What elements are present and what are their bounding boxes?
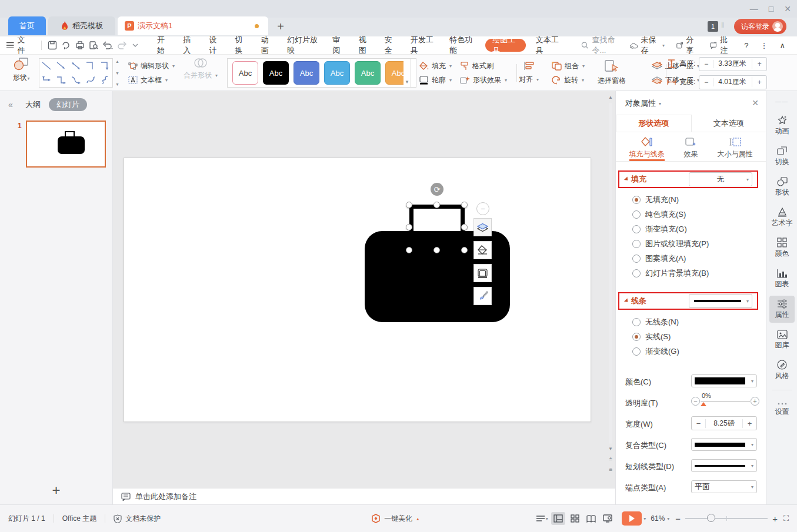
scrollbar-track[interactable] [609, 103, 612, 444]
radio-no-line[interactable]: 无线条(N) [632, 317, 679, 327]
zoom-slider[interactable] [685, 518, 768, 519]
minimize-button[interactable]: — [750, 5, 758, 13]
previous-slide-icon[interactable]: ≜ [607, 457, 614, 462]
shape-line[interactable] [39, 59, 54, 73]
radio-solid-fill[interactable]: 纯色填充(S) [632, 209, 686, 220]
height-increase-button[interactable]: + [752, 60, 766, 68]
menu-item-drawing-tools-active[interactable]: 绘图工具 [485, 39, 525, 52]
fill-type-dropdown[interactable]: 无▾ [689, 172, 752, 186]
beautify-button[interactable]: 一键美化 ▴ [363, 513, 427, 524]
line-width-value[interactable]: 8.25磅 [706, 419, 742, 429]
sidebar-item-style[interactable]: 风格 [769, 357, 795, 384]
canvas-vertical-scrollbar[interactable]: ▲ ▼ ≜ ≝ [607, 95, 614, 483]
tab-slides-active[interactable]: 幻灯片 [49, 98, 87, 111]
menu-item-insert[interactable]: 插入 [176, 36, 202, 55]
zoom-out-button[interactable]: − [675, 514, 681, 524]
shape-s-curve[interactable] [98, 73, 112, 87]
group-button[interactable]: 组合▾ [552, 61, 585, 71]
sidebar-item-charts[interactable]: 图表 [769, 265, 795, 292]
line-width-decrease-button[interactable]: − [692, 419, 706, 428]
undo-button[interactable] [101, 38, 115, 52]
subtab-effects[interactable]: 效果 [684, 135, 698, 161]
outline-button[interactable]: 轮廓▾ [419, 75, 452, 85]
shapes-button[interactable]: 形状▾ [7, 58, 35, 83]
radio-solid-line[interactable]: 实线(S) [632, 332, 671, 342]
transparency-thumb[interactable] [701, 402, 706, 406]
sidebar-item-wordart[interactable]: 艺术字 [769, 204, 795, 231]
new-tab-button[interactable]: + [272, 18, 289, 35]
tab-current-document[interactable]: P 演示文稿1 [118, 16, 268, 35]
tab-docer-templates[interactable]: 稻壳模板 [48, 16, 115, 35]
subtab-size-properties[interactable]: 大小与属性 [718, 135, 753, 161]
style-swatch-blue[interactable]: Abc [294, 61, 319, 85]
height-decrease-button[interactable]: − [699, 60, 713, 68]
line-style-dropdown[interactable]: ▾ [689, 294, 752, 308]
more-menu-button[interactable]: ⋮ [755, 41, 772, 50]
shape-effects-button[interactable]: 形状效果▾ [460, 75, 507, 85]
transparency-increase-button[interactable]: + [751, 397, 759, 406]
transparency-decrease-button[interactable]: − [691, 397, 700, 406]
menu-item-design[interactable]: 设计 [202, 36, 228, 55]
transparency-track[interactable] [701, 401, 750, 402]
slide-thumbnail[interactable] [26, 121, 106, 168]
collapse-ribbon-button[interactable]: ∧ [775, 41, 790, 50]
menu-item-transition[interactable]: 切换 [229, 36, 255, 55]
style-brush-quick-button[interactable] [473, 287, 492, 305]
close-button[interactable]: ✕ [784, 5, 791, 13]
merge-shapes-button[interactable]: 合并形状▾ [179, 58, 222, 81]
selection-handle-mid-right[interactable] [461, 224, 468, 230]
print-preview-button[interactable] [87, 38, 101, 52]
menu-item-start[interactable]: 开始 [151, 36, 176, 55]
radio-gradient-line[interactable]: 渐变线(G) [632, 346, 679, 357]
gallery-more-icon[interactable]: ▼ [115, 82, 119, 86]
notification-badge[interactable]: 1 [708, 21, 718, 32]
selection-pane-button[interactable]: 选择窗格 [598, 76, 626, 86]
selection-handle-top-right[interactable] [461, 202, 468, 208]
style-swatch-outline[interactable]: Abc [232, 61, 258, 85]
briefcase-handle-shape-selected[interactable] [409, 205, 465, 250]
rotate-handle[interactable]: ⟳ [431, 183, 443, 196]
play-options-icon[interactable]: ▾ [643, 516, 646, 521]
radio-gradient-fill[interactable]: 渐变填充(G) [632, 224, 687, 235]
format-painter-button[interactable]: 格式刷 [460, 61, 507, 71]
shape-elbow-arrow-2[interactable] [39, 73, 54, 87]
help-button[interactable]: ? [739, 41, 753, 50]
export-button[interactable] [59, 38, 73, 52]
shape-curve-connector[interactable] [69, 73, 84, 87]
edit-shape-button[interactable]: 编辑形状▾ [128, 61, 175, 71]
scroll-up-icon[interactable]: ▲ [607, 95, 614, 100]
menu-item-special-features[interactable]: 特色功能 [443, 36, 482, 55]
menu-item-animation[interactable]: 动画 [255, 36, 281, 55]
rotate-button[interactable]: 旋转▾ [552, 75, 585, 85]
gallery-down-icon[interactable]: ▼ [115, 71, 119, 75]
line-color-dropdown[interactable]: ▾ [691, 374, 757, 387]
zoom-in-button[interactable]: + [772, 514, 778, 524]
customize-quick-access-icon[interactable] [128, 38, 142, 52]
style-swatch-black[interactable]: Abc [263, 61, 289, 85]
sidebar-item-properties-active[interactable]: 属性 [769, 296, 795, 323]
fit-slide-button[interactable]: ⛶ [783, 514, 789, 523]
shape-curve[interactable] [83, 73, 98, 87]
radio-pattern-fill[interactable]: 图案填充(A) [632, 253, 686, 264]
shape-arrow[interactable] [54, 59, 69, 73]
shape-elbow-arrow[interactable] [98, 59, 112, 73]
selection-handle-bottom-mid[interactable] [433, 247, 440, 253]
sidebar-item-gallery[interactable]: 图库 [769, 326, 795, 353]
selection-handle-mid-left[interactable] [406, 224, 412, 230]
maximize-button[interactable]: □ [769, 5, 773, 13]
tab-home[interactable]: 首页 [8, 16, 46, 35]
save-status-button[interactable]: 未保存 ▾ [625, 35, 669, 56]
layer-quick-button[interactable] [473, 218, 492, 236]
line-section-toggle[interactable]: 线条 [625, 296, 646, 306]
reading-view-button[interactable] [584, 512, 598, 525]
compound-type-dropdown[interactable]: ▾ [691, 438, 757, 451]
style-swatch-green[interactable]: Abc [355, 61, 381, 85]
subtab-fill-and-line[interactable]: 填充与线条 [629, 135, 665, 161]
zoom-level-button[interactable]: 61%▾ [651, 514, 669, 523]
radio-picture-texture-fill[interactable]: 图片或纹理填充(P) [632, 239, 709, 249]
next-slide-icon[interactable]: ≝ [607, 467, 614, 473]
height-value[interactable]: 3.33厘米 [713, 59, 752, 69]
protection-status-button[interactable]: 文档未保护 [105, 513, 169, 524]
notes-bar[interactable]: 单击此处添加备注 [113, 488, 615, 504]
shape-elbow-connector[interactable] [83, 59, 98, 73]
